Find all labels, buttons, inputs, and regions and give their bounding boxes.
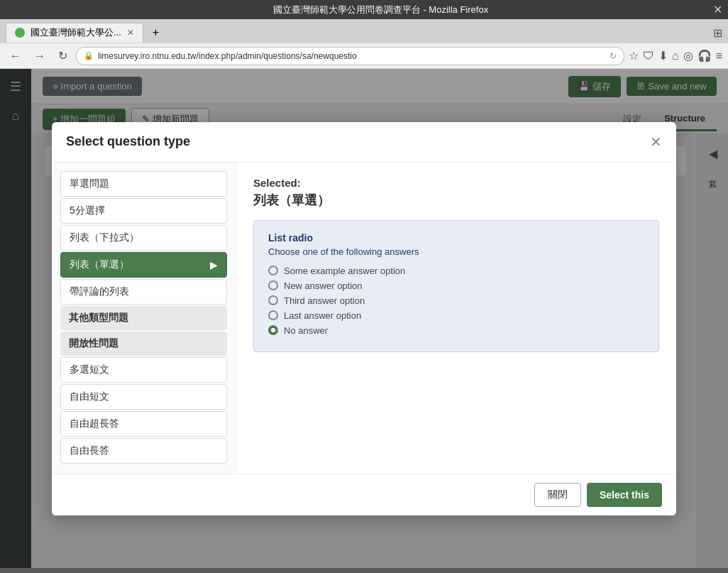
preview-title: List radio xyxy=(268,232,644,244)
tab-bar: 國立臺灣師範大學公... ✕ + ⊞ xyxy=(0,19,728,43)
radio-label-3: Last answer option xyxy=(284,310,361,321)
selected-type: 列表（單選） xyxy=(253,192,659,209)
question-type-sidebar: 單選問題 5分選擇 列表（下拉式） 列表（單選） ▶ 帶評論的列表 xyxy=(52,163,236,474)
forward-button[interactable]: → xyxy=(30,48,50,64)
select-question-type-modal: Select question type ✕ 單選問題 5分選擇 列表（下拉式） xyxy=(52,122,676,515)
sidebar-item-free-short[interactable]: 自由短文 xyxy=(60,384,227,410)
url-text: limesurvey.iro.ntnu.edu.tw/index.php/adm… xyxy=(98,51,605,61)
radio-label-1: New answer option xyxy=(284,280,363,291)
active-tab[interactable]: 國立臺灣師範大學公... ✕ xyxy=(6,23,143,43)
modal-overlay: Select question type ✕ 單選問題 5分選擇 列表（下拉式） xyxy=(0,69,728,568)
download-icon[interactable]: ⬇ xyxy=(658,49,668,62)
tab-favicon xyxy=(15,28,25,38)
bookmark-icon[interactable]: ☆ xyxy=(629,49,639,62)
sidebar-item-list-comment[interactable]: 帶評論的列表 xyxy=(60,279,227,305)
nav-right-icons: ☆ 🛡 ⬇ ⌂ ◎ 🎧 ≡ xyxy=(629,49,722,62)
radio-label-0: Some example answer option xyxy=(284,266,405,276)
radio-label-4: No answer xyxy=(284,325,328,336)
tab-grid-icon[interactable]: ⊞ xyxy=(713,26,722,40)
radio-circle-2 xyxy=(268,295,278,305)
sidebar-item-single-choice[interactable]: 單選問題 xyxy=(60,171,227,197)
pocket-icon[interactable]: ◎ xyxy=(683,49,693,62)
modal-title: Select question type xyxy=(66,134,190,149)
browser-title: 國立臺灣師範大學公用問卷調查平台 - Mozilla Firefox xyxy=(48,4,713,16)
cancel-button[interactable]: 關閉 xyxy=(534,483,581,507)
modal-footer: 關閉 Select this xyxy=(52,474,676,515)
sidebar-item-dropdown[interactable]: 列表（下拉式） xyxy=(60,225,227,251)
new-tab-button[interactable]: + xyxy=(146,23,165,43)
radio-circle-1 xyxy=(268,280,278,290)
sidebar-item-list-radio[interactable]: 列表（單選） ▶ xyxy=(60,252,227,278)
sidebar-group-other: 其他類型問題 xyxy=(60,306,227,330)
browser-close-button[interactable]: ✕ xyxy=(713,3,722,16)
sidebar-item-free-long-extra[interactable]: 自由超長答 xyxy=(60,411,227,437)
modal-header: Select question type ✕ xyxy=(52,122,676,163)
radio-circle-3 xyxy=(268,310,278,320)
question-type-preview-area: Selected: 列表（單選） List radio Choose one o… xyxy=(236,163,676,474)
refresh-button[interactable]: ↻ xyxy=(54,48,72,64)
select-this-button[interactable]: Select this xyxy=(587,483,662,507)
preview-subtitle: Choose one of the following answers xyxy=(268,246,644,257)
back-button[interactable]: ← xyxy=(6,48,26,64)
sidebar-item-5-choice[interactable]: 5分選擇 xyxy=(60,198,227,224)
selected-label: Selected: xyxy=(253,177,659,189)
radio-circle-4-filled xyxy=(268,325,278,335)
radio-option-1: New answer option xyxy=(268,280,644,291)
sidebar-item-multi-short[interactable]: 多選短文 xyxy=(60,357,227,383)
chevron-right-icon: ▶ xyxy=(210,259,218,271)
nav-bar: ← → ↻ 🔒 limesurvey.iro.ntnu.edu.tw/index… xyxy=(0,43,728,69)
sidebar-item-free-long[interactable]: 自由長答 xyxy=(60,438,227,464)
radio-label-2: Third answer option xyxy=(284,295,365,306)
tab-close-button[interactable]: ✕ xyxy=(127,28,134,38)
modal-body: 單選問題 5分選擇 列表（下拉式） 列表（單選） ▶ 帶評論的列表 xyxy=(52,163,676,474)
url-bar[interactable]: 🔒 limesurvey.iro.ntnu.edu.tw/index.php/a… xyxy=(76,47,624,65)
shield-icon[interactable]: 🛡 xyxy=(643,50,654,62)
radio-option-3: Last answer option xyxy=(268,310,644,321)
radio-option-2: Third answer option xyxy=(268,295,644,306)
modal-close-button[interactable]: ✕ xyxy=(650,133,662,151)
lock-icon: 🔒 xyxy=(84,51,94,60)
headphone-icon[interactable]: 🎧 xyxy=(697,49,712,62)
radio-circle-0 xyxy=(268,266,278,275)
tab-title: 國立臺灣師範大學公... xyxy=(31,26,121,39)
reload-url-icon[interactable]: ↻ xyxy=(610,51,617,61)
radio-option-0: Some example answer option xyxy=(268,266,644,276)
home-icon[interactable]: ⌂ xyxy=(672,50,679,62)
title-bar: 國立臺灣師範大學公用問卷調查平台 - Mozilla Firefox ✕ xyxy=(0,0,728,19)
radio-option-4: No answer xyxy=(268,325,644,336)
preview-box: List radio Choose one of the following a… xyxy=(253,220,659,352)
menu-icon[interactable]: ≡ xyxy=(716,50,722,62)
sidebar-group-open: 開放性問題 xyxy=(60,332,227,356)
